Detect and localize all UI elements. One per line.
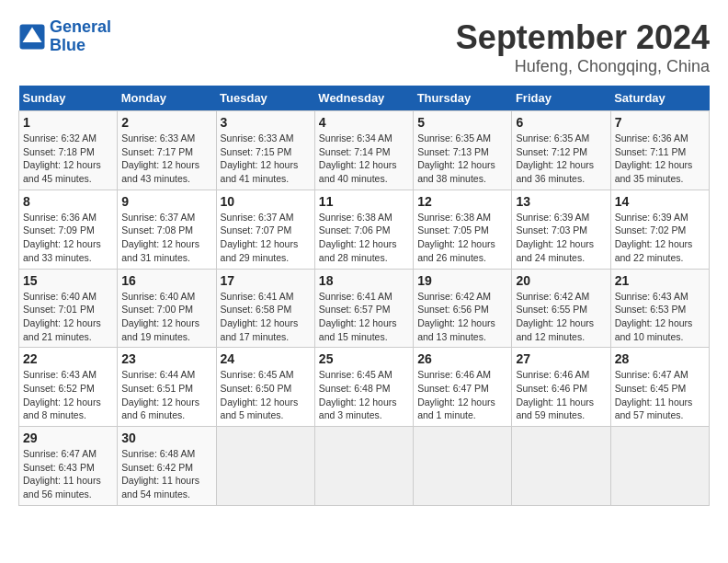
day-info: Sunrise: 6:42 AMSunset: 6:55 PMDaylight:…: [516, 290, 606, 344]
day-cell-20: 20Sunrise: 6:42 AMSunset: 6:55 PMDayligh…: [512, 269, 610, 348]
day-info: Sunrise: 6:45 AMSunset: 6:48 PMDaylight:…: [319, 368, 409, 422]
day-number: 23: [121, 351, 211, 366]
day-cell-9: 9Sunrise: 6:37 AMSunset: 7:08 PMDaylight…: [118, 190, 216, 269]
day-number: 18: [319, 273, 409, 288]
day-number: 21: [615, 273, 705, 288]
day-info: Sunrise: 6:41 AMSunset: 6:58 PMDaylight:…: [221, 290, 311, 344]
day-cell-27: 27Sunrise: 6:46 AMSunset: 6:46 PMDayligh…: [512, 348, 610, 427]
day-info: Sunrise: 6:33 AMSunset: 7:15 PMDaylight:…: [221, 132, 311, 186]
logo-line2: Blue: [50, 36, 85, 54]
day-info: Sunrise: 6:47 AMSunset: 6:43 PMDaylight:…: [23, 447, 113, 501]
day-cell-1: 1Sunrise: 6:32 AMSunset: 7:18 PMDaylight…: [19, 111, 118, 190]
day-cell-10: 10Sunrise: 6:37 AMSunset: 7:07 PMDayligh…: [216, 190, 314, 269]
weekday-header-tuesday: Tuesday: [216, 86, 314, 111]
day-info: Sunrise: 6:34 AMSunset: 7:14 PMDaylight:…: [319, 132, 409, 186]
empty-cell: [216, 427, 314, 506]
day-number: 1: [23, 115, 113, 130]
day-info: Sunrise: 6:36 AMSunset: 7:09 PMDaylight:…: [23, 211, 113, 265]
weekday-header-saturday: Saturday: [610, 86, 709, 111]
day-info: Sunrise: 6:40 AMSunset: 7:01 PMDaylight:…: [23, 290, 113, 344]
day-number: 4: [319, 115, 409, 130]
day-number: 25: [319, 351, 409, 366]
day-info: Sunrise: 6:35 AMSunset: 7:13 PMDaylight:…: [417, 132, 507, 186]
day-cell-28: 28Sunrise: 6:47 AMSunset: 6:45 PMDayligh…: [610, 348, 709, 427]
day-number: 5: [417, 115, 507, 130]
day-cell-19: 19Sunrise: 6:42 AMSunset: 6:56 PMDayligh…: [414, 269, 512, 348]
day-number: 17: [221, 273, 311, 288]
calendar-week-row: 22Sunrise: 6:43 AMSunset: 6:52 PMDayligh…: [19, 348, 710, 427]
logo-icon: [18, 23, 46, 51]
day-cell-21: 21Sunrise: 6:43 AMSunset: 6:53 PMDayligh…: [610, 269, 709, 348]
calendar-week-row: 15Sunrise: 6:40 AMSunset: 7:01 PMDayligh…: [19, 269, 710, 348]
day-cell-29: 29Sunrise: 6:47 AMSunset: 6:43 PMDayligh…: [19, 427, 118, 506]
weekday-header-wednesday: Wednesday: [314, 86, 413, 111]
day-number: 19: [417, 273, 507, 288]
day-info: Sunrise: 6:36 AMSunset: 7:11 PMDaylight:…: [615, 132, 705, 186]
day-cell-23: 23Sunrise: 6:44 AMSunset: 6:51 PMDayligh…: [118, 348, 216, 427]
day-number: 27: [516, 351, 606, 366]
calendar-week-row: 1Sunrise: 6:32 AMSunset: 7:18 PMDaylight…: [19, 111, 710, 190]
day-info: Sunrise: 6:42 AMSunset: 6:56 PMDaylight:…: [417, 290, 507, 344]
day-cell-24: 24Sunrise: 6:45 AMSunset: 6:50 PMDayligh…: [216, 348, 314, 427]
day-number: 13: [516, 194, 606, 209]
day-number: 29: [23, 431, 113, 445]
day-info: Sunrise: 6:40 AMSunset: 7:00 PMDaylight:…: [121, 290, 211, 344]
day-number: 10: [221, 194, 311, 209]
day-cell-4: 4Sunrise: 6:34 AMSunset: 7:14 PMDaylight…: [314, 111, 413, 190]
empty-cell: [414, 427, 512, 506]
day-number: 6: [516, 115, 606, 130]
calendar-week-row: 29Sunrise: 6:47 AMSunset: 6:43 PMDayligh…: [19, 427, 710, 506]
day-info: Sunrise: 6:43 AMSunset: 6:52 PMDaylight:…: [23, 368, 113, 422]
page-header: General Blue September 2024 Hufeng, Chon…: [18, 18, 710, 76]
day-info: Sunrise: 6:39 AMSunset: 7:03 PMDaylight:…: [516, 211, 606, 265]
day-number: 7: [615, 115, 705, 130]
day-info: Sunrise: 6:35 AMSunset: 7:12 PMDaylight:…: [516, 132, 606, 186]
day-info: Sunrise: 6:32 AMSunset: 7:18 PMDaylight:…: [23, 132, 113, 186]
day-number: 28: [615, 351, 705, 366]
day-cell-13: 13Sunrise: 6:39 AMSunset: 7:03 PMDayligh…: [512, 190, 610, 269]
location-subtitle: Hufeng, Chongqing, China: [456, 57, 710, 76]
day-info: Sunrise: 6:48 AMSunset: 6:42 PMDaylight:…: [121, 447, 211, 501]
day-cell-25: 25Sunrise: 6:45 AMSunset: 6:48 PMDayligh…: [314, 348, 413, 427]
day-info: Sunrise: 6:46 AMSunset: 6:46 PMDaylight:…: [516, 368, 606, 422]
day-number: 22: [23, 351, 113, 366]
day-number: 2: [121, 115, 211, 130]
day-info: Sunrise: 6:33 AMSunset: 7:17 PMDaylight:…: [121, 132, 211, 186]
day-info: Sunrise: 6:47 AMSunset: 6:45 PMDaylight:…: [615, 368, 705, 422]
logo-line1: General: [50, 17, 111, 36]
calendar-table: SundayMondayTuesdayWednesdayThursdayFrid…: [18, 86, 710, 506]
day-info: Sunrise: 6:37 AMSunset: 7:07 PMDaylight:…: [221, 211, 311, 265]
day-number: 20: [516, 273, 606, 288]
day-info: Sunrise: 6:38 AMSunset: 7:06 PMDaylight:…: [319, 211, 409, 265]
empty-cell: [314, 427, 413, 506]
title-block: September 2024 Hufeng, Chongqing, China: [456, 18, 710, 76]
day-cell-2: 2Sunrise: 6:33 AMSunset: 7:17 PMDaylight…: [118, 111, 216, 190]
day-number: 16: [121, 273, 211, 288]
day-cell-7: 7Sunrise: 6:36 AMSunset: 7:11 PMDaylight…: [610, 111, 709, 190]
day-cell-12: 12Sunrise: 6:38 AMSunset: 7:05 PMDayligh…: [414, 190, 512, 269]
day-number: 26: [417, 351, 507, 366]
day-cell-18: 18Sunrise: 6:41 AMSunset: 6:57 PMDayligh…: [314, 269, 413, 348]
day-number: 15: [23, 273, 113, 288]
day-cell-30: 30Sunrise: 6:48 AMSunset: 6:42 PMDayligh…: [118, 427, 216, 506]
day-info: Sunrise: 6:43 AMSunset: 6:53 PMDaylight:…: [615, 290, 705, 344]
logo-text: General Blue: [50, 18, 111, 55]
day-number: 9: [121, 194, 211, 209]
logo: General Blue: [18, 18, 111, 55]
day-info: Sunrise: 6:45 AMSunset: 6:50 PMDaylight:…: [221, 368, 311, 422]
weekday-header-friday: Friday: [512, 86, 610, 111]
day-number: 24: [221, 351, 311, 366]
day-cell-3: 3Sunrise: 6:33 AMSunset: 7:15 PMDaylight…: [216, 111, 314, 190]
day-number: 3: [221, 115, 311, 130]
day-cell-14: 14Sunrise: 6:39 AMSunset: 7:02 PMDayligh…: [610, 190, 709, 269]
weekday-header-row: SundayMondayTuesdayWednesdayThursdayFrid…: [19, 86, 710, 111]
day-cell-26: 26Sunrise: 6:46 AMSunset: 6:47 PMDayligh…: [414, 348, 512, 427]
day-cell-22: 22Sunrise: 6:43 AMSunset: 6:52 PMDayligh…: [19, 348, 118, 427]
weekday-header-thursday: Thursday: [414, 86, 512, 111]
day-info: Sunrise: 6:44 AMSunset: 6:51 PMDaylight:…: [121, 368, 211, 422]
month-year-title: September 2024: [456, 18, 710, 57]
day-number: 12: [417, 194, 507, 209]
day-number: 8: [23, 194, 113, 209]
day-cell-8: 8Sunrise: 6:36 AMSunset: 7:09 PMDaylight…: [19, 190, 118, 269]
day-info: Sunrise: 6:37 AMSunset: 7:08 PMDaylight:…: [121, 211, 211, 265]
